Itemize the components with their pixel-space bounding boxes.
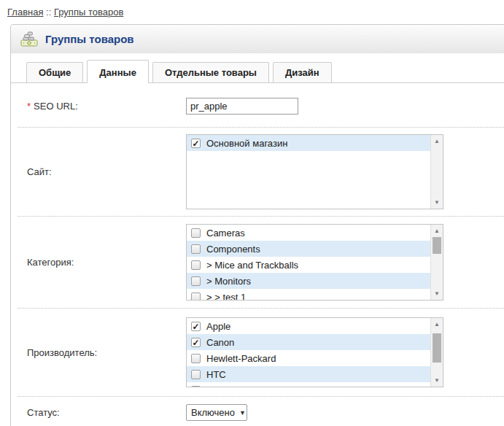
category-row: Категория: CamerasComponents> Mice and T… bbox=[18, 217, 504, 309]
data-tab-form: * SEO URL: Сайт: ✓Основной магазин ▲ ▼ bbox=[11, 83, 504, 426]
status-select[interactable]: Включено ▼ bbox=[186, 404, 247, 421]
list-item-label: Canon bbox=[206, 337, 234, 348]
checkbox-checked[interactable]: ✓ bbox=[191, 139, 201, 148]
checkbox-unchecked[interactable] bbox=[191, 370, 201, 379]
list-item-label: Hewlett-Packard bbox=[206, 353, 276, 364]
list-item-label: Palm bbox=[206, 385, 228, 388]
seo-url-label: * SEO URL: bbox=[18, 98, 186, 115]
scroll-down-icon[interactable]: ▼ bbox=[431, 290, 443, 297]
list-item[interactable]: Palm bbox=[187, 382, 430, 387]
manufacturer-label: Производитель: bbox=[18, 317, 186, 387]
checkbox-unchecked[interactable] bbox=[191, 260, 201, 270]
list-item[interactable]: > Monitors bbox=[187, 273, 430, 289]
list-item-label: Cameras bbox=[206, 228, 245, 239]
list-item-label: Основной магазин bbox=[206, 138, 287, 149]
scroll-thumb[interactable] bbox=[433, 237, 441, 254]
tab-design[interactable]: Дизайн bbox=[273, 62, 332, 82]
checkbox-unchecked[interactable] bbox=[191, 293, 201, 301]
checkbox-unchecked[interactable] bbox=[191, 244, 201, 254]
list-item[interactable]: ✓Canon bbox=[187, 334, 430, 350]
list-item[interactable]: ✓Основной магазин bbox=[187, 135, 430, 151]
category-label: Категория: bbox=[18, 224, 186, 301]
scroll-up-icon[interactable]: ▲ bbox=[431, 321, 443, 328]
checkbox-checked[interactable]: ✓ bbox=[191, 338, 201, 347]
status-row: Статус: Включено ▼ bbox=[18, 397, 504, 426]
list-item-label: Apple bbox=[206, 321, 230, 332]
scrollbar[interactable]: ▲ ▼ bbox=[430, 225, 443, 300]
list-item-label: > Monitors bbox=[206, 276, 251, 287]
category-listbox[interactable]: CamerasComponents> Mice and Trackballs> … bbox=[186, 224, 443, 301]
status-select-value: Включено bbox=[191, 407, 235, 418]
breadcrumb-current-link[interactable]: Группы товаров bbox=[54, 7, 123, 18]
tab-bar: Общие Данные Отдельные товары Дизайн bbox=[11, 53, 504, 83]
list-item[interactable]: ✓Apple bbox=[187, 318, 430, 334]
list-item[interactable]: Components bbox=[187, 241, 430, 257]
status-label: Статус: bbox=[18, 404, 186, 421]
checkbox-unchecked[interactable] bbox=[191, 386, 201, 388]
seo-url-input[interactable] bbox=[186, 98, 298, 115]
list-item-label: HTC bbox=[206, 369, 226, 380]
site-row: Сайт: ✓Основной магазин ▲ ▼ bbox=[18, 128, 504, 217]
manufacturer-row: Производитель: ✓Apple✓CanonHewlett-Packa… bbox=[18, 309, 504, 397]
scroll-up-icon[interactable]: ▲ bbox=[431, 228, 443, 234]
scroll-down-icon[interactable]: ▼ bbox=[431, 377, 443, 384]
checkbox-unchecked[interactable] bbox=[191, 354, 201, 363]
checkbox-unchecked[interactable] bbox=[191, 276, 201, 286]
seo-url-row: * SEO URL: bbox=[18, 83, 504, 128]
list-item[interactable]: Hewlett-Packard bbox=[187, 350, 430, 366]
required-asterisk: * bbox=[27, 101, 31, 112]
money-icon bbox=[20, 29, 39, 49]
scroll-up-icon[interactable]: ▲ bbox=[431, 138, 443, 144]
tab-general[interactable]: Общие bbox=[26, 62, 83, 82]
scroll-down-icon[interactable]: ▼ bbox=[431, 199, 443, 206]
manufacturer-listbox[interactable]: ✓Apple✓CanonHewlett-PackardHTCPalm ▲ ▼ bbox=[186, 317, 443, 387]
breadcrumb-home-link[interactable]: Главная bbox=[7, 7, 43, 18]
tab-data[interactable]: Данные bbox=[87, 60, 149, 83]
panel-header: Группы товаров bbox=[11, 25, 504, 53]
chevron-down-icon: ▼ bbox=[239, 409, 246, 417]
page-title: Группы товаров bbox=[45, 33, 134, 45]
breadcrumb: Главная :: Группы товаров bbox=[0, 0, 504, 18]
scrollbar[interactable]: ▲ ▼ bbox=[430, 318, 443, 387]
scroll-thumb[interactable] bbox=[433, 333, 441, 363]
list-item-label: Components bbox=[206, 244, 260, 255]
list-item[interactable]: > Mice and Trackballs bbox=[187, 257, 430, 273]
site-label: Сайт: bbox=[18, 134, 186, 209]
list-item[interactable]: Cameras bbox=[187, 225, 430, 241]
checkbox-unchecked[interactable] bbox=[191, 228, 201, 238]
list-item[interactable]: > > test 1 bbox=[187, 289, 430, 301]
site-listbox[interactable]: ✓Основной магазин ▲ ▼ bbox=[186, 134, 443, 209]
list-item-label: > > test 1 bbox=[206, 292, 246, 301]
breadcrumb-separator: :: bbox=[46, 7, 51, 18]
tab-individual-products[interactable]: Отдельные товары bbox=[152, 62, 269, 82]
checkbox-checked[interactable]: ✓ bbox=[191, 322, 201, 331]
list-item-label: > Mice and Trackballs bbox=[206, 260, 298, 271]
scrollbar[interactable]: ▲ ▼ bbox=[430, 135, 443, 209]
product-groups-panel: Группы товаров Общие Данные Отдельные то… bbox=[10, 24, 504, 426]
list-item[interactable]: HTC bbox=[187, 366, 430, 382]
